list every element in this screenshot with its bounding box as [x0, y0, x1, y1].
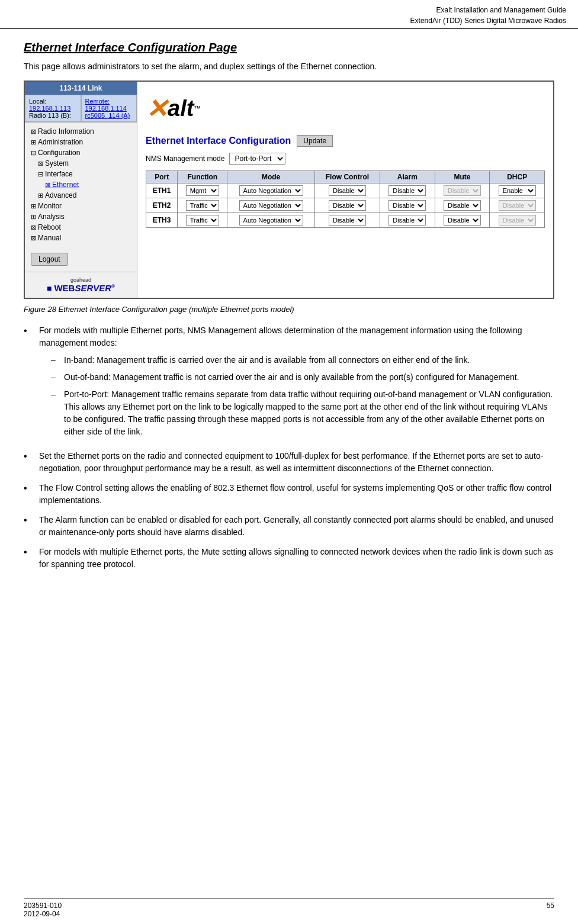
sidebar-item-analysis[interactable]: Analysis: [25, 211, 137, 222]
eth3-function-cell[interactable]: Traffic Mgmt: [178, 213, 227, 228]
bullet-item-5: • For models with multiple Ethernet port…: [24, 546, 554, 571]
footer-page-number: 55: [547, 902, 554, 918]
remote-info: Remote: 192.168.1.114 rc5005_114 (A): [81, 95, 137, 122]
eth2-dhcp-cell[interactable]: Disable Enable: [490, 198, 545, 213]
bullet-item-3: • The Flow Control setting allows the en…: [24, 482, 554, 507]
sidebar-item-manual[interactable]: Manual: [25, 233, 137, 243]
eth1-flowctrl-select[interactable]: Disable Enable: [329, 185, 366, 196]
eth1-dhcp-cell[interactable]: Enable Disable: [490, 183, 545, 198]
dash-item-3: – Port-to-Port: Management traffic remai…: [51, 388, 554, 438]
eth3-mode-cell[interactable]: Auto Negotiation 100/Full 100/Half: [227, 213, 315, 228]
bullet-item-2: • Set the Ethernet ports on the radio an…: [24, 450, 554, 475]
eth1-mute-cell[interactable]: Disable Enable: [435, 183, 490, 198]
sidebar-item-config[interactable]: Configuration: [25, 147, 137, 158]
bullet-1-main: For models with multiple Ethernet ports,…: [39, 326, 522, 347]
nms-label: NMS Management mode: [146, 154, 224, 163]
eth2-dhcp-select[interactable]: Disable Enable: [499, 200, 536, 211]
table-row: ETH1 Mgmt Traffic Auto Negotiation 100/F…: [146, 183, 545, 198]
bullet-dot-5: •: [24, 546, 33, 571]
eth1-flowctrl-cell[interactable]: Disable Enable: [314, 183, 380, 198]
dash-mark-1: –: [51, 354, 59, 366]
local-ip[interactable]: 192.168.1.113: [29, 105, 77, 112]
remote-label: Remote:: [85, 98, 133, 105]
eth2-mute-cell[interactable]: Disable Enable: [435, 198, 490, 213]
dash-item-1: – In-band: Management traffic is carried…: [51, 354, 554, 366]
eth2-mode-select[interactable]: Auto Negotiation 100/Full 100/Half: [239, 200, 303, 211]
sidebar-item-admin[interactable]: Administration: [25, 137, 137, 147]
eth3-port: ETH3: [146, 213, 178, 228]
remote-radio: rc5005_114 (A): [85, 112, 133, 119]
eth2-function-select[interactable]: Traffic Mgmt: [186, 200, 219, 211]
eth2-mode-cell[interactable]: Auto Negotiation 100/Full 100/Half: [227, 198, 315, 213]
eth1-alarm-select[interactable]: Disable Enable: [388, 185, 426, 196]
dash-item-2: – Out-of-band: Management traffic is not…: [51, 371, 554, 384]
eth2-mute-select[interactable]: Disable Enable: [444, 200, 481, 211]
update-button[interactable]: Update: [297, 135, 333, 147]
sidebar-item-advanced[interactable]: Advanced: [25, 190, 137, 201]
eth1-alarm-cell[interactable]: Disable Enable: [380, 183, 435, 198]
eth3-dhcp-select[interactable]: Disable Enable: [499, 215, 536, 226]
local-remote-bar: Local: 192.168.1.113 Radio 113 (B): Remo…: [25, 95, 137, 123]
main-area: ✕ alt ™ Ethernet Interface Configuration…: [137, 82, 553, 298]
nms-select[interactable]: Port-to-Port In-band Out-of-band: [229, 153, 285, 165]
header-line1: Exalt Installation and Management Guide: [12, 5, 566, 15]
col-function: Function: [178, 171, 227, 183]
bullet-text-4: The Alarm function can be enabled or dis…: [39, 514, 554, 539]
sidebar-item-system[interactable]: System: [25, 158, 137, 169]
sidebar: 113-114 Link Local: 192.168.1.113 Radio …: [25, 82, 137, 298]
footer-date: 2012-09-04: [24, 910, 62, 918]
goahead-label: goahead: [30, 277, 132, 283]
eth1-dhcp-select[interactable]: Enable Disable: [499, 185, 536, 196]
sidebar-item-ethernet[interactable]: Ethernet: [25, 179, 137, 190]
eth1-mode-select[interactable]: Auto Negotiation 100/Full 100/Half: [239, 185, 303, 196]
bullet-dot-1: •: [24, 324, 33, 443]
col-mode: Mode: [227, 171, 315, 183]
sidebar-item-radio-info[interactable]: Radio Information: [25, 126, 137, 137]
eth3-alarm-cell[interactable]: Disable Enable: [380, 213, 435, 228]
footer-left: 203591-010 2012-09-04: [24, 902, 62, 918]
eth1-function-cell[interactable]: Mgmt Traffic: [178, 183, 227, 198]
eth2-port: ETH2: [146, 198, 178, 213]
bullet-item-1: • For models with multiple Ethernet port…: [24, 324, 554, 443]
remote-ip[interactable]: 192.168.1.114: [85, 105, 133, 112]
eth2-flowctrl-cell[interactable]: Disable Enable: [314, 198, 380, 213]
exalt-x-letter: ✕: [146, 94, 168, 124]
footer-doc-number: 203591-010: [24, 902, 62, 910]
dash-text-3: Port-to-Port: Management traffic remains…: [64, 388, 554, 438]
sidebar-footer: goahead ■ WEBSERVER®: [25, 272, 137, 298]
webserver-label: ■ WEBSERVER®: [47, 284, 115, 293]
eth3-alarm-select[interactable]: Disable Enable: [388, 215, 426, 226]
bullet-item-4: • The Alarm function can be enabled or d…: [24, 514, 554, 539]
eth3-mute-select[interactable]: Disable Enable: [444, 215, 481, 226]
logout-button[interactable]: Logout: [31, 253, 68, 266]
eth3-flowctrl-cell[interactable]: Disable Enable: [314, 213, 380, 228]
eth2-alarm-cell[interactable]: Disable Enable: [380, 198, 435, 213]
sidebar-item-monitor[interactable]: Monitor: [25, 201, 137, 211]
bullet-text-2: Set the Ethernet ports on the radio and …: [39, 450, 554, 475]
dash-text-2: Out-of-band: Management traffic is not c…: [64, 371, 554, 384]
eth2-alarm-select[interactable]: Disable Enable: [388, 200, 426, 211]
bullet-dot-4: •: [24, 514, 33, 539]
local-radio: Radio 113 (B):: [29, 112, 77, 119]
dash-text-1: In-band: Management traffic is carried o…: [64, 354, 554, 366]
eth3-mute-cell[interactable]: Disable Enable: [435, 213, 490, 228]
eth3-function-select[interactable]: Traffic Mgmt: [186, 215, 219, 226]
intro-text: This page allows administrators to set t…: [24, 62, 554, 71]
sidebar-item-interface[interactable]: Interface: [25, 169, 137, 179]
dash-mark-2: –: [51, 371, 59, 384]
eth2-flowctrl-select[interactable]: Disable Enable: [329, 200, 366, 211]
eth1-mode-cell[interactable]: Auto Negotiation 100/Full 100/Half: [227, 183, 315, 198]
table-row: ETH2 Traffic Mgmt Auto Negotiation 100/F…: [146, 198, 545, 213]
bullet-dot-2: •: [24, 450, 33, 475]
eth2-function-cell[interactable]: Traffic Mgmt: [178, 198, 227, 213]
eth3-mode-select[interactable]: Auto Negotiation 100/Full 100/Half: [239, 215, 303, 226]
bullet-dot-3: •: [24, 482, 33, 507]
eth1-mute-select[interactable]: Disable Enable: [444, 185, 481, 196]
config-title-text: Ethernet Interface Configuration: [146, 136, 291, 146]
sidebar-item-reboot[interactable]: Reboot: [25, 222, 137, 233]
eth3-dhcp-cell[interactable]: Disable Enable: [490, 213, 545, 228]
local-info: Local: 192.168.1.113 Radio 113 (B):: [25, 95, 81, 122]
eth3-flowctrl-select[interactable]: Disable Enable: [329, 215, 366, 226]
eth1-function-select[interactable]: Mgmt Traffic: [186, 185, 219, 196]
config-title-area: Ethernet Interface Configuration Update: [146, 135, 545, 147]
